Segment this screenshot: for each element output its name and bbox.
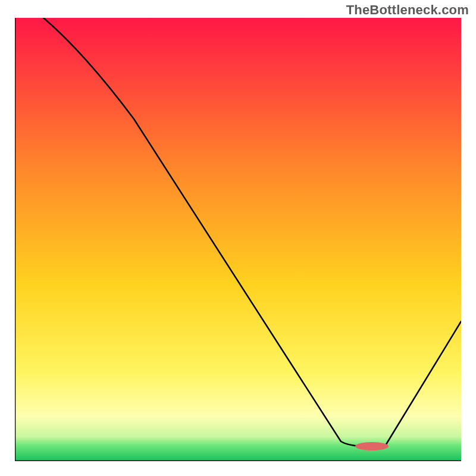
gradient-fill: [15, 18, 461, 461]
chart-stage: TheBottleneck.com: [0, 0, 476, 476]
target-marker: [355, 442, 389, 450]
plot-area: [15, 18, 461, 461]
watermark-label: TheBottleneck.com: [346, 2, 469, 18]
plot-svg: [15, 18, 461, 461]
